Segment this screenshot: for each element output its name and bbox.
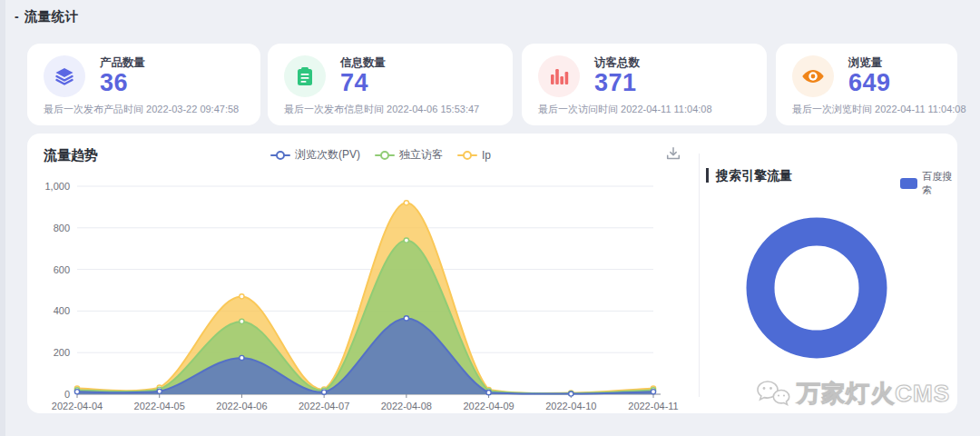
- stat-value: 74: [340, 70, 386, 96]
- legend-swatch-baidu: [900, 178, 917, 189]
- collapse-toggle[interactable]: -: [15, 9, 19, 24]
- stat-label: 访客总数: [594, 56, 640, 70]
- stat-card-visitors: 访客总数 371 最后一次访问时间 2022-04-11 11:04:08: [522, 44, 767, 125]
- stat-value: 371: [594, 70, 640, 96]
- traffic-trend-chart: 02004006008001,0002022-04-042022-04-0520…: [27, 170, 699, 415]
- legend-item-uv[interactable]: 独立访客: [375, 147, 443, 163]
- legend-marker-uv: [375, 151, 395, 160]
- stat-card-top: 访客总数 371: [538, 55, 767, 97]
- svg-text:2022-04-05: 2022-04-05: [134, 401, 185, 411]
- stat-label: 信息数量: [340, 56, 386, 70]
- svg-text:2022-04-09: 2022-04-09: [463, 401, 514, 411]
- svg-text:0: 0: [64, 389, 70, 400]
- download-icon[interactable]: [665, 145, 683, 164]
- stat-meta: 最后一次发布产品时间 2022-03-22 09:47:58: [44, 103, 239, 116]
- page-title: 流量统计: [24, 8, 79, 25]
- panel-divider: [699, 154, 700, 397]
- eye-icon: [792, 55, 834, 97]
- legend-label: Ip: [482, 149, 491, 162]
- trend-chart-legend: 浏览次数(PV) 独立访客 Ip: [270, 147, 491, 163]
- layers-icon: [44, 55, 85, 97]
- stat-meta: 最后一次访问时间 2022-04-11 11:04:08: [538, 103, 712, 116]
- search-engine-donut-chart: [726, 197, 907, 379]
- watermark-text: 万家灯火CMS: [797, 378, 950, 410]
- search-engine-title: 搜索引擎流量: [706, 168, 792, 183]
- trend-chart-title: 流量趋势: [44, 147, 98, 164]
- stat-card-pageviews: 浏览量 649 最后一次浏览时间 2022-04-11 11:04:08: [776, 44, 957, 125]
- svg-text:2022-04-06: 2022-04-06: [216, 401, 267, 411]
- stat-meta: 最后一次浏览时间 2022-04-11 11:04:08: [792, 103, 966, 116]
- svg-text:2022-04-07: 2022-04-07: [299, 401, 349, 411]
- legend-item-ip[interactable]: Ip: [457, 149, 491, 162]
- legend-label: 独立访客: [399, 147, 443, 163]
- svg-text:800: 800: [54, 223, 70, 233]
- wechat-icon: [755, 379, 791, 410]
- stat-label: 产品数量: [100, 56, 145, 70]
- svg-text:600: 600: [54, 264, 70, 275]
- bar-chart-icon: [538, 55, 580, 97]
- stat-meta: 最后一次发布信息时间 2022-04-06 15:53:47: [284, 103, 479, 116]
- legend-item-pv[interactable]: 浏览次数(PV): [270, 147, 360, 163]
- stat-card-articles: 信息数量 74 最后一次发布信息时间 2022-04-06 15:53:47: [268, 44, 513, 125]
- stat-value: 36: [100, 70, 145, 96]
- legend-marker-ip: [457, 151, 477, 160]
- stat-cards-row: 产品数量 36 最后一次发布产品时间 2022-03-22 09:47:58 信…: [27, 44, 957, 125]
- svg-text:400: 400: [54, 305, 70, 316]
- stat-card-products: 产品数量 36 最后一次发布产品时间 2022-03-22 09:47:58: [27, 44, 260, 125]
- stat-card-top: 产品数量 36: [44, 55, 260, 97]
- svg-text:200: 200: [54, 347, 70, 358]
- legend-marker-pv: [270, 151, 290, 160]
- stat-value: 649: [848, 70, 891, 96]
- watermark: 万家灯火CMS: [755, 378, 950, 410]
- stat-label: 浏览量: [848, 56, 891, 70]
- svg-text:2022-04-11: 2022-04-11: [628, 401, 678, 411]
- legend-label-baidu: 百度搜索: [922, 170, 957, 197]
- left-edge-strip: [0, 0, 5, 436]
- svg-text:1,000: 1,000: [44, 181, 70, 192]
- legend-label: 浏览次数(PV): [295, 147, 360, 163]
- svg-text:2022-04-08: 2022-04-08: [381, 401, 432, 411]
- search-engine-legend[interactable]: 百度搜索: [900, 170, 957, 197]
- clipboard-icon: [284, 55, 326, 97]
- svg-text:2022-04-10: 2022-04-10: [545, 401, 596, 411]
- stat-card-top: 信息数量 74: [284, 55, 513, 97]
- page-header: - 流量统计: [5, 0, 980, 33]
- traffic-panel: 流量趋势 浏览次数(PV) 独立访客 Ip 02004006008001,000…: [27, 134, 957, 413]
- svg-text:2022-04-04: 2022-04-04: [52, 401, 103, 411]
- stat-card-top: 浏览量 649: [792, 55, 957, 97]
